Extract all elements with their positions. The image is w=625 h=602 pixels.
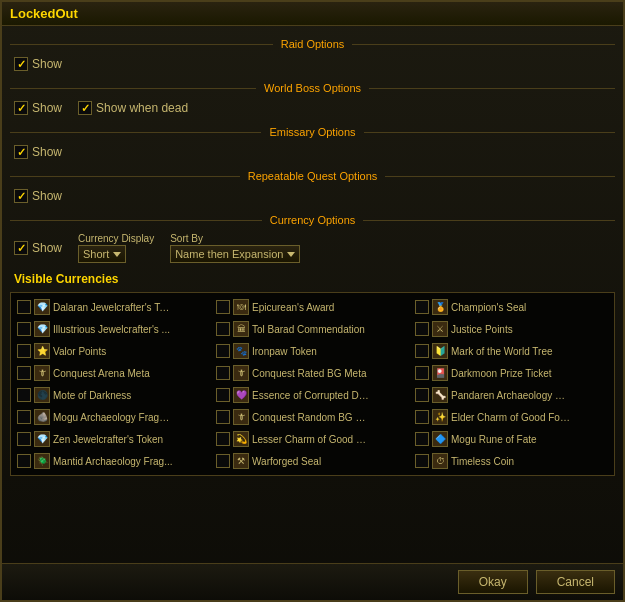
currency-icon: ⚔ <box>432 321 448 337</box>
currency-checkbox[interactable] <box>216 454 230 468</box>
raid-show-checkbox[interactable]: Show <box>14 57 62 71</box>
currency-item[interactable]: 🪨Mogu Archaeology Fragm... <box>15 407 212 427</box>
currency-show-checkbox[interactable]: Show <box>14 241 62 255</box>
currency-item[interactable]: 🔷Mogu Rune of Fate <box>413 429 610 449</box>
emissary-show-checkbox[interactable]: Show <box>14 145 62 159</box>
currency-name: Elder Charm of Good Fort... <box>451 412 571 423</box>
currency-item[interactable]: 🍽Epicurean's Award <box>214 297 411 317</box>
currency-name: Epicurean's Award <box>252 302 334 313</box>
currency-icon: ⚒ <box>233 453 249 469</box>
currency-item[interactable]: 💫Lesser Charm of Good For... <box>214 429 411 449</box>
currency-name: Champion's Seal <box>451 302 526 313</box>
currency-item[interactable]: 🔰Mark of the World Tree <box>413 341 610 361</box>
currency-checkbox[interactable] <box>17 300 31 314</box>
currency-item[interactable]: 💜Essence of Corrupted Dea... <box>214 385 411 405</box>
currency-display-value: Short <box>83 248 109 260</box>
raid-show-checkbox-box[interactable] <box>14 57 28 71</box>
emissary-show-row: Show <box>10 142 615 162</box>
repeatable-show-row: Show <box>10 186 615 206</box>
currency-checkbox[interactable] <box>415 454 429 468</box>
currency-item[interactable]: ⚒Warforged Seal <box>214 451 411 471</box>
currency-icon: 🌑 <box>34 387 50 403</box>
currency-checkbox[interactable] <box>216 300 230 314</box>
repeatable-show-box[interactable] <box>14 189 28 203</box>
currency-checkbox[interactable] <box>17 410 31 424</box>
currency-icon: 🏛 <box>233 321 249 337</box>
currency-item[interactable]: 🦴Pandaren Archaeology Fr... <box>413 385 610 405</box>
emissary-show-box[interactable] <box>14 145 28 159</box>
raid-show-label: Show <box>32 57 62 71</box>
currency-checkbox[interactable] <box>415 432 429 446</box>
currency-icon: 🏅 <box>432 299 448 315</box>
currency-item[interactable]: 💎Zen Jewelcrafter's Token <box>15 429 212 449</box>
currency-options-header: Currency Options <box>10 214 615 226</box>
world-boss-dead-box[interactable] <box>78 101 92 115</box>
currency-item[interactable]: ⏱Timeless Coin <box>413 451 610 471</box>
visible-currencies-header: Visible Currencies <box>10 270 615 288</box>
world-boss-options-header: World Boss Options <box>10 82 615 94</box>
currency-show-box[interactable] <box>14 241 28 255</box>
currency-item[interactable]: ⭐Valor Points <box>15 341 212 361</box>
world-boss-show-checkbox[interactable]: Show <box>14 101 62 115</box>
world-boss-dead-checkbox[interactable]: Show when dead <box>78 101 188 115</box>
currency-icon: 🗡 <box>233 365 249 381</box>
currency-checkbox[interactable] <box>415 300 429 314</box>
currency-checkbox[interactable] <box>415 366 429 380</box>
currency-item[interactable]: 🎴Darkmoon Prize Ticket <box>413 363 610 383</box>
currency-icon: ⏱ <box>432 453 448 469</box>
currency-name: Mogu Archaeology Fragm... <box>53 412 173 423</box>
currency-checkbox[interactable] <box>17 388 31 402</box>
currency-checkbox[interactable] <box>17 344 31 358</box>
currency-item[interactable]: 🐾Ironpaw Token <box>214 341 411 361</box>
world-boss-show-box[interactable] <box>14 101 28 115</box>
currency-checkbox[interactable] <box>17 366 31 380</box>
currency-item[interactable]: 🗡Conquest Random BG Meta <box>214 407 411 427</box>
currency-display-label: Currency Display <box>78 233 154 244</box>
currency-checkbox[interactable] <box>216 410 230 424</box>
currency-checkbox[interactable] <box>216 322 230 336</box>
currency-item[interactable]: 💎Dalaran Jewelcrafter's Tok... <box>15 297 212 317</box>
currency-checkbox[interactable] <box>415 388 429 402</box>
sort-by-dropdown[interactable]: Name then Expansion <box>170 245 300 263</box>
cancel-button[interactable]: Cancel <box>536 570 615 594</box>
currency-checkbox[interactable] <box>17 322 31 336</box>
currency-checkbox[interactable] <box>415 344 429 358</box>
emissary-options-header: Emissary Options <box>10 126 615 138</box>
currency-checkbox[interactable] <box>17 454 31 468</box>
currency-item[interactable]: 🗡Conquest Arena Meta <box>15 363 212 383</box>
currency-item[interactable]: 💎Illustrious Jewelcrafter's ... <box>15 319 212 339</box>
currency-name: Illustrious Jewelcrafter's ... <box>53 324 170 335</box>
window-title: LockedOut <box>10 6 78 21</box>
currency-checkbox[interactable] <box>17 432 31 446</box>
currency-checkbox[interactable] <box>216 344 230 358</box>
currency-checkbox[interactable] <box>216 388 230 402</box>
footer: Okay Cancel <box>2 563 623 600</box>
currency-checkbox[interactable] <box>216 432 230 446</box>
currency-checkbox[interactable] <box>415 410 429 424</box>
currency-name: Valor Points <box>53 346 106 357</box>
currency-item[interactable]: 🏅Champion's Seal <box>413 297 610 317</box>
emissary-show-label: Show <box>32 145 62 159</box>
currency-item[interactable]: ✨Elder Charm of Good Fort... <box>413 407 610 427</box>
okay-button[interactable]: Okay <box>458 570 528 594</box>
currency-icon: 🪨 <box>34 409 50 425</box>
currency-icon: 🪲 <box>34 453 50 469</box>
currency-item[interactable]: 🏛Tol Barad Commendation <box>214 319 411 339</box>
currency-item[interactable]: 🪲Mantid Archaeology Frag... <box>15 451 212 471</box>
currency-icon: 🍽 <box>233 299 249 315</box>
currency-item[interactable]: 🌑Mote of Darkness <box>15 385 212 405</box>
currency-display-dropdown[interactable]: Short <box>78 245 126 263</box>
visible-currencies-section: Visible Currencies 💎Dalaran Jewelcrafter… <box>10 270 615 476</box>
currency-item[interactable]: ⚔Justice Points <box>413 319 610 339</box>
currency-icon: 🗡 <box>34 365 50 381</box>
currency-checkbox[interactable] <box>216 366 230 380</box>
currency-icon: 💜 <box>233 387 249 403</box>
currency-icon: 🔷 <box>432 431 448 447</box>
repeatable-show-checkbox[interactable]: Show <box>14 189 62 203</box>
currency-name: Zen Jewelcrafter's Token <box>53 434 163 445</box>
currency-checkbox[interactable] <box>415 322 429 336</box>
raid-options-header: Raid Options <box>10 38 615 50</box>
currency-icon: 🔰 <box>432 343 448 359</box>
world-boss-show-label: Show <box>32 101 62 115</box>
currency-item[interactable]: 🗡Conquest Rated BG Meta <box>214 363 411 383</box>
